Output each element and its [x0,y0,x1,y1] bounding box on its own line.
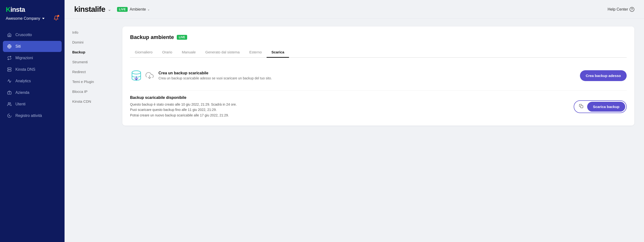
backup-card: Backup ambiente LIVE Giornaliero Orario … [122,26,634,126]
main-nav: Cruscotto Siti Migrazioni Kinsta DNS [0,29,64,121]
help-circle-icon: ? [630,7,634,12]
sidebar-item-siti[interactable]: Siti [3,41,62,52]
sub-nav-backup[interactable]: Backup [69,48,108,56]
cloud-download-icon [146,71,154,80]
create-backup-button[interactable]: Crea backup adesso [580,70,627,81]
sub-nav-temi-plugin[interactable]: Temi e Plugin [69,78,108,86]
tab-manuale[interactable]: Manuale [177,47,200,58]
database-icon [130,69,142,82]
live-badge: LIVE [117,7,128,12]
company-name: Awesome Company [6,16,40,21]
sidebar-item-cruscotto[interactable]: Cruscotto [3,29,62,40]
home-icon [7,32,12,37]
available-backup-text: Backup scaricabile disponibile Questo ba… [130,95,570,118]
company-icon [7,90,12,95]
content-area: Info Domini Backup Strumenti Redirect Te… [64,19,644,242]
sub-nav-strumenti[interactable]: Strumenti [69,58,108,66]
sidebar-item-utenti[interactable]: Utenti [3,99,62,110]
company-selector[interactable]: Awesome Company [6,15,59,22]
available-backup-line1: Questo backup è stato creato alle 10 giu… [130,102,570,107]
company-chevron-icon [42,18,44,19]
sub-nav-redirect[interactable]: Redirect [69,68,108,76]
card-live-badge: LIVE [177,35,187,40]
svg-point-10 [9,115,10,116]
sidebar-item-kinsta-dns[interactable]: Kinsta DNS [3,64,62,75]
log-icon [7,113,12,118]
card-header: Backup ambiente LIVE [130,34,627,40]
create-backup-desc: Crea un backup scaricabile adesso se vuo… [158,76,575,80]
backup-tabs: Giornaliero Orario Manuale Generato dal … [130,47,627,58]
create-backup-info: Crea un backup scaricabile Crea un backu… [158,71,575,80]
available-backup-section: Backup scaricabile disponibile Questo ba… [130,95,627,118]
sidebar-item-siti-label: Siti [16,44,21,49]
create-backup-row: Crea un backup scaricabile Crea un backu… [130,65,627,86]
tab-scarica[interactable]: Scarica [266,47,289,58]
tab-giornaliero[interactable]: Giornaliero [130,47,157,58]
backup-page: Backup ambiente LIVE Giornaliero Orario … [113,19,644,242]
card-title: Backup ambiente [130,34,174,40]
ambiente-label: Ambiente [130,7,146,11]
divider [130,90,627,91]
sidebar-item-analytics-label: Analytics [16,79,31,83]
analytics-icon [7,78,12,84]
help-center-label: Help Center [608,7,628,11]
sub-sidebar: Info Domini Backup Strumenti Redirect Te… [64,19,113,242]
download-button-container: Scarica backup [574,100,627,113]
svg-point-9 [8,102,10,104]
sites-icon [7,44,12,49]
sidebar-item-registro[interactable]: Registro attività [3,110,62,121]
site-chevron-icon[interactable]: ⌄ [108,7,111,12]
sidebar: Kinsta Awesome Company Cruscotto [0,0,64,242]
help-center-link[interactable]: Help Center ? [608,7,634,12]
sidebar-item-migrazioni[interactable]: Migrazioni [3,52,62,63]
copy-icon[interactable] [577,102,585,111]
site-title: kinstalife [74,5,105,14]
sidebar-item-analytics[interactable]: Analytics [3,75,62,87]
migrate-icon [7,55,12,61]
dns-icon [7,67,12,72]
available-backup-line2: Puoi scaricare questo backup fino alle 1… [130,107,570,112]
svg-point-11 [132,71,141,74]
sub-nav-info[interactable]: Info [69,28,108,36]
sidebar-item-registro-label: Registro attività [16,114,42,118]
download-backup-button[interactable]: Scarica backup [587,102,625,112]
users-icon [7,101,12,107]
ambiente-chevron-icon: ⌄ [148,8,150,11]
tab-esterno[interactable]: Esterno [244,47,266,58]
kinsta-logo: Kinsta [6,6,59,13]
backup-icons [130,69,154,82]
svg-rect-13 [581,106,583,108]
sidebar-item-migrazioni-label: Migrazioni [16,56,33,60]
page-header: kinstalife ⌄ LIVE Ambiente ⌄ Help Center… [64,0,644,19]
notification-bell[interactable] [54,15,59,22]
create-backup-title: Crea un backup scaricabile [158,71,575,75]
tab-orario[interactable]: Orario [157,47,177,58]
logo-area: Kinsta Awesome Company [0,0,64,23]
notification-dot [57,15,59,17]
sidebar-item-kinsta-dns-label: Kinsta DNS [16,67,36,72]
sub-nav-kinsta-cdn[interactable]: Kinsta CDN [69,97,108,105]
ambiente-button[interactable]: Ambiente ⌄ [130,7,150,11]
available-backup-line3: Potrai creare un nuovo backup scaricabil… [130,113,570,118]
sidebar-item-utenti-label: Utenti [16,102,26,106]
sidebar-item-azienda-label: Azienda [16,90,30,95]
sub-nav-blocca-ip[interactable]: Blocca IP [69,88,108,95]
available-backup-title: Backup scaricabile disponibile [130,95,570,100]
tab-generato[interactable]: Generato dal sistema [200,47,245,58]
available-backup-row: Backup scaricabile disponibile Questo ba… [130,95,627,118]
main-content: kinstalife ⌄ LIVE Ambiente ⌄ Help Center… [64,0,644,242]
sub-nav-domini[interactable]: Domini [69,38,108,46]
sidebar-item-azienda[interactable]: Azienda [3,87,62,98]
sidebar-item-cruscotto-label: Cruscotto [16,33,32,37]
